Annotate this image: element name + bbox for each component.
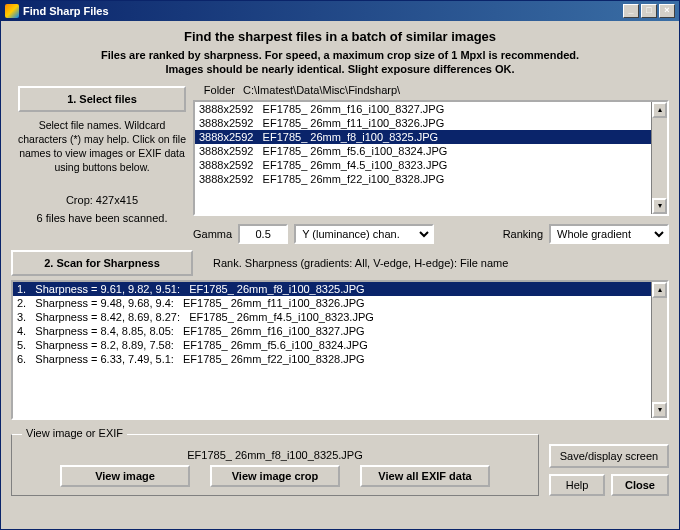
gamma-label: Gamma [193,228,232,240]
page-title: Find the sharpest files in a batch of si… [11,29,669,44]
ranking-label: Ranking [503,228,543,240]
window-title: Find Sharp Files [23,5,109,17]
app-window: Find Sharp Files _ □ × Find the sharpest… [0,0,680,530]
scroll-down-icon[interactable]: ▾ [652,198,667,214]
subtitle-line-1: Files are ranked by sharpness. For speed… [11,48,669,62]
list-item[interactable]: 3888x2592 EF1785_ 26mm_f22_i100_8328.JPG [195,172,667,186]
select-files-help: Select file names. Wildcard characters (… [11,118,193,174]
view-image-crop-button[interactable]: View image crop [210,465,340,487]
save-display-button[interactable]: Save/display screen [549,444,669,468]
view-legend: View image or EXIF [22,427,127,439]
scrollbar[interactable]: ▴ ▾ [651,102,667,214]
scanned-status: 6 files have been scanned. [37,212,168,224]
ranking-select[interactable]: Whole gradient [549,224,669,244]
list-item[interactable]: 4. Sharpness = 8.4, 8.85, 8.05: EF1785_ … [13,324,667,338]
rank-header: Rank. Sharpness (gradients: All, V-edge,… [213,257,508,269]
current-file: EF1785_ 26mm_f8_i100_8325.JPG [22,445,528,465]
gamma-input[interactable] [238,224,288,244]
close-window-button[interactable]: × [659,4,675,18]
folder-path: C:\Imatest\Data\Misc\Findsharp\ [243,84,669,96]
scrollbar[interactable]: ▴ ▾ [651,282,667,418]
list-item[interactable]: 3888x2592 EF1785_ 26mm_f16_i100_8327.JPG [195,102,667,116]
titlebar: Find Sharp Files _ □ × [1,1,679,21]
scroll-up-icon[interactable]: ▴ [652,102,667,118]
app-icon [5,4,19,18]
channel-select[interactable]: Y (luminance) chan. [294,224,434,244]
list-item[interactable]: 1. Sharpness = 9.61, 9.82, 9.51: EF1785_… [13,282,667,296]
list-item[interactable]: 3. Sharpness = 8.42, 8.69, 8.27: EF1785_… [13,310,667,324]
scroll-up-icon[interactable]: ▴ [652,282,667,298]
list-item[interactable]: 3888x2592 EF1785_ 26mm_f11_i100_8326.JPG [195,116,667,130]
list-item[interactable]: 6. Sharpness = 6.33, 7.49, 5.1: EF1785_ … [13,352,667,366]
folder-label: Folder [193,84,243,96]
scan-sharpness-button[interactable]: 2. Scan for Sharpness [11,250,193,276]
results-listbox[interactable]: 1. Sharpness = 9.61, 9.82, 9.51: EF1785_… [11,280,669,420]
file-listbox[interactable]: 3888x2592 EF1785_ 26mm_f16_i100_8327.JPG… [193,100,669,216]
list-item[interactable]: 5. Sharpness = 8.2, 8.89, 7.58: EF1785_ … [13,338,667,352]
view-exif-button[interactable]: View all EXIF data [360,465,490,487]
crop-label: Crop: 427x415 [66,194,138,206]
list-item[interactable]: 2. Sharpness = 9.48, 9.68, 9.4: EF1785_ … [13,296,667,310]
maximize-button[interactable]: □ [641,4,657,18]
minimize-button[interactable]: _ [623,4,639,18]
help-button[interactable]: Help [549,474,605,496]
list-item[interactable]: 3888x2592 EF1785_ 26mm_f8_i100_8325.JPG [195,130,667,144]
view-image-button[interactable]: View image [60,465,190,487]
subtitle-line-2: Images should be nearly identical. Sligh… [11,62,669,76]
close-button[interactable]: Close [611,474,669,496]
view-fieldset: View image or EXIF EF1785_ 26mm_f8_i100_… [11,434,539,496]
select-files-button[interactable]: 1. Select files [18,86,186,112]
list-item[interactable]: 3888x2592 EF1785_ 26mm_f4.5_i100_8323.JP… [195,158,667,172]
list-item[interactable]: 3888x2592 EF1785_ 26mm_f5.6_i100_8324.JP… [195,144,667,158]
scroll-down-icon[interactable]: ▾ [652,402,667,418]
